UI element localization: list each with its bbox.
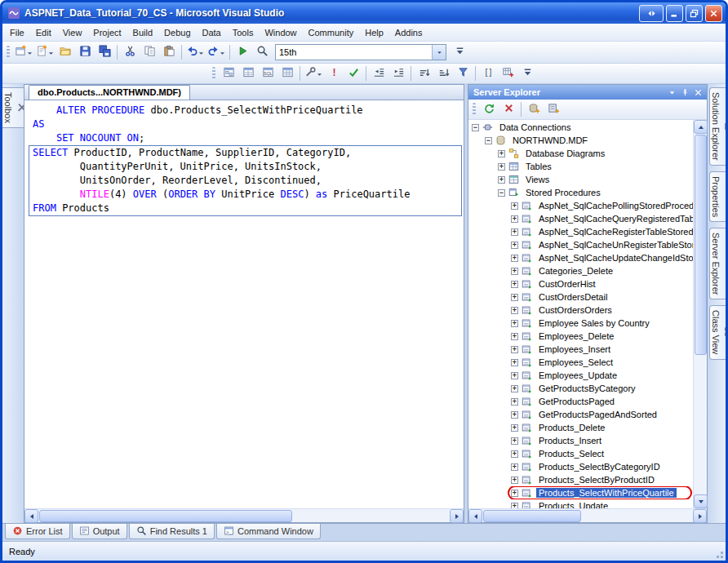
tree-item-products-select[interactable]: +Products_Select bbox=[468, 447, 693, 460]
tab-class-view[interactable]: Class View bbox=[709, 305, 728, 359]
close-button[interactable] bbox=[705, 5, 722, 22]
sort-ascending-button[interactable] bbox=[414, 64, 433, 82]
hscroll-track[interactable] bbox=[582, 509, 693, 522]
cut-button[interactable] bbox=[120, 43, 140, 61]
expand-icon[interactable]: + bbox=[511, 424, 518, 432]
vscroll-thumb[interactable] bbox=[695, 135, 707, 355]
tree-item-products-selectbyproductid[interactable]: +Products_SelectByProductID bbox=[468, 473, 693, 486]
sort-descending-button[interactable] bbox=[433, 64, 453, 82]
collapse-icon[interactable]: − bbox=[498, 189, 505, 197]
tree-item-aspnet-sqlcachequeryregisteredtablesstoredprocedure[interactable]: +AspNet_SqlCacheQueryRegisteredTablesSto… bbox=[468, 212, 693, 225]
expand-icon[interactable]: + bbox=[511, 281, 518, 288]
filter-button[interactable] bbox=[453, 64, 473, 82]
minimize-button[interactable] bbox=[666, 5, 683, 22]
server-explorer-header[interactable]: Server Explorer bbox=[468, 85, 707, 100]
expand-icon[interactable]: + bbox=[511, 242, 518, 249]
expand-icon[interactable]: + bbox=[511, 411, 518, 419]
copy-button[interactable] bbox=[140, 43, 159, 61]
tree-item-custordersorders[interactable]: +CustOrdersOrders bbox=[468, 304, 693, 317]
expand-icon[interactable]: + bbox=[511, 268, 518, 275]
tree-item-database-diagrams[interactable]: +Database Diagrams bbox=[468, 147, 693, 160]
undo-button-dropdown[interactable] bbox=[198, 47, 204, 59]
expand-icon[interactable]: + bbox=[511, 307, 518, 314]
expand-icon[interactable]: + bbox=[511, 503, 518, 509]
expand-icon[interactable]: + bbox=[511, 333, 518, 340]
expand-icon[interactable]: + bbox=[511, 385, 518, 392]
menu-addins[interactable]: Addins bbox=[389, 25, 428, 40]
query-toolbar-grip[interactable] bbox=[212, 67, 215, 80]
menu-community[interactable]: Community bbox=[303, 25, 360, 40]
tree-item-products-selectwithpricequartile[interactable]: +Products_SelectWithPriceQuartile bbox=[468, 486, 693, 499]
menu-debug[interactable]: Debug bbox=[158, 25, 196, 40]
tree-item-stored-procedures[interactable]: −Stored Procedures bbox=[468, 186, 693, 199]
scroll-down-button[interactable] bbox=[694, 494, 708, 508]
expand-icon[interactable]: + bbox=[511, 490, 518, 497]
start-debug-button[interactable] bbox=[233, 43, 252, 61]
tree-vscrollbar[interactable] bbox=[693, 120, 707, 508]
tab-error-list[interactable]: Error List bbox=[5, 524, 70, 539]
tree-item-custorderhist[interactable]: +CustOrderHist bbox=[468, 277, 693, 290]
hscroll-thumb[interactable] bbox=[39, 510, 292, 522]
close-button[interactable] bbox=[692, 86, 704, 98]
expand-icon[interactable]: + bbox=[498, 163, 505, 171]
tab-output[interactable]: Output bbox=[72, 524, 127, 539]
window-position-button[interactable] bbox=[666, 86, 678, 98]
expand-icon[interactable]: + bbox=[511, 346, 518, 353]
tree-item-products-insert[interactable]: +Products_Insert bbox=[468, 434, 693, 447]
tree-item-employee-sales-by-country[interactable]: +Employee Sales by Country bbox=[468, 317, 693, 330]
auto-hide-pin-button[interactable] bbox=[679, 86, 691, 98]
tree-item-employees-update[interactable]: +Employees_Update bbox=[468, 369, 693, 382]
menu-project[interactable]: Project bbox=[87, 25, 127, 40]
tree-item-aspnet-sqlcachepollingstoredprocedure[interactable]: +AspNet_SqlCachePollingStoredProcedure bbox=[468, 199, 693, 212]
hscroll-track[interactable] bbox=[293, 509, 450, 522]
connect-to-database-button[interactable] bbox=[524, 100, 544, 118]
group-by-button[interactable]: [ ] bbox=[478, 64, 498, 82]
expand-icon[interactable]: + bbox=[498, 150, 505, 157]
tree-item-custordersdetail[interactable]: +CustOrdersDetail bbox=[468, 290, 693, 304]
menu-view[interactable]: View bbox=[57, 25, 88, 40]
tree-item-products-update[interactable]: +Products_Update bbox=[468, 499, 693, 508]
vscroll-track[interactable] bbox=[694, 356, 707, 494]
editor-hscrollbar[interactable] bbox=[24, 508, 464, 522]
collapse-icon[interactable]: − bbox=[472, 124, 479, 131]
standard-toolbar-grip[interactable] bbox=[7, 46, 10, 59]
menu-data[interactable]: Data bbox=[197, 25, 227, 40]
change-query-type-button[interactable] bbox=[303, 64, 324, 82]
redo-button[interactable] bbox=[206, 43, 227, 61]
new-project-button[interactable] bbox=[13, 43, 34, 61]
expand-icon[interactable]: + bbox=[511, 228, 518, 236]
scroll-left-button[interactable] bbox=[24, 509, 38, 523]
toolbar-combobox[interactable]: 15th bbox=[275, 44, 446, 60]
title-bar[interactable]: ASPNET_Data_Tutorial_70_CS - Microsoft V… bbox=[2, 2, 726, 24]
tree-hscrollbar[interactable] bbox=[468, 508, 707, 522]
expand-icon[interactable]: + bbox=[511, 320, 518, 327]
se-toolbar-grip[interactable] bbox=[473, 103, 476, 116]
menu-build[interactable]: Build bbox=[127, 25, 158, 40]
tree-item-employees-select[interactable]: +Employees_Select bbox=[468, 356, 693, 369]
tab-find-results-1[interactable]: Find Results 1 bbox=[129, 524, 215, 539]
resize-grip[interactable] bbox=[713, 548, 724, 559]
menu-file[interactable]: File bbox=[4, 25, 30, 40]
save-button[interactable] bbox=[75, 43, 95, 61]
show-results-pane-button[interactable] bbox=[277, 64, 297, 82]
query-toolbar-options-button[interactable] bbox=[517, 64, 537, 82]
tree-item-getproductspagedandsorted[interactable]: +GetProductsPagedAndSorted bbox=[468, 408, 693, 421]
expand-icon[interactable]: + bbox=[511, 372, 518, 379]
execute-sql-button[interactable]: ! bbox=[324, 64, 344, 82]
paste-button[interactable] bbox=[159, 43, 179, 61]
tab-server-explorer[interactable]: Server Explorer bbox=[709, 228, 728, 299]
document-tab[interactable]: dbo.Products...NORTHWND.MDF) bbox=[29, 85, 190, 100]
sql-editor[interactable]: ALTER PROCEDURE dbo.Products_SelectWithP… bbox=[24, 100, 464, 508]
tree-item-employees-delete[interactable]: +Employees_Delete bbox=[468, 330, 693, 343]
tree-item-getproductspaged[interactable]: +GetProductsPaged bbox=[468, 395, 693, 408]
expand-icon[interactable]: + bbox=[511, 215, 518, 223]
show-criteria-pane-button[interactable] bbox=[238, 64, 258, 82]
menu-edit[interactable]: Edit bbox=[30, 25, 57, 40]
save-all-button[interactable] bbox=[95, 43, 114, 61]
tree-item-categories-delete[interactable]: +Categories_Delete bbox=[468, 264, 693, 277]
expand-icon[interactable]: + bbox=[511, 202, 518, 210]
add-table-button[interactable] bbox=[498, 64, 517, 82]
scroll-right-button[interactable] bbox=[693, 509, 707, 523]
tree-item-tables[interactable]: +Tables bbox=[468, 160, 693, 173]
tree-item-aspnet-sqlcacheunregistertablestoredprocedure[interactable]: +AspNet_SqlCacheUnRegisterTableStoredPro… bbox=[468, 238, 693, 251]
